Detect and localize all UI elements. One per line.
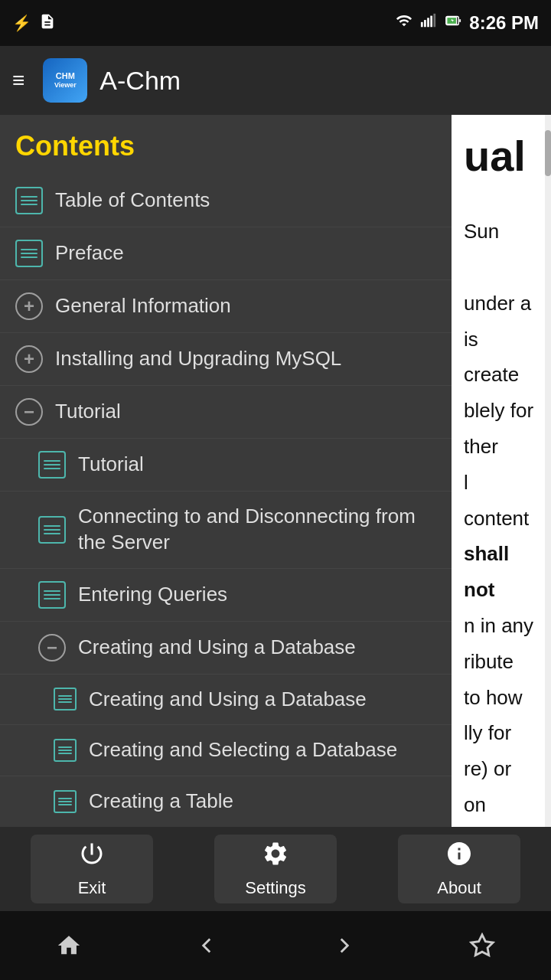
nav-label: Creating and Using a Database — [89, 687, 367, 713]
collapse-icon: − — [38, 634, 66, 662]
sidebar-item-preface[interactable]: Preface — [0, 227, 452, 280]
status-time: 8:26 PM — [469, 12, 539, 34]
signal-icon — [420, 12, 437, 34]
settings-icon — [262, 840, 289, 874]
svg-rect-0 — [421, 22, 423, 27]
bottom-toolbar: Exit Settings About — [0, 827, 551, 911]
exit-label: Exit — [78, 878, 106, 898]
expand-icon: + — [15, 292, 43, 320]
sidebar-item-tutorial-sub[interactable]: Tutorial — [0, 439, 452, 492]
scroll-indicator[interactable] — [545, 115, 551, 926]
hamburger-icon[interactable]: ≡ — [12, 68, 24, 93]
status-left-icons: ⚡ — [12, 13, 56, 34]
sidebar-item-tutorial[interactable]: − Tutorial — [0, 386, 452, 439]
about-button[interactable]: About — [398, 835, 520, 903]
nav-label: Preface — [55, 240, 124, 266]
svg-rect-2 — [427, 18, 429, 27]
list-icon — [15, 240, 43, 267]
status-right-icons: 8:26 PM — [394, 12, 539, 34]
sidebar-item-creating-using-db[interactable]: − Creating and Using a Database — [0, 622, 452, 675]
sidebar-item-entering-queries[interactable]: Entering Queries — [0, 569, 452, 622]
list-sm-icon — [54, 688, 77, 710]
app-logo: CHM Viewer — [43, 58, 87, 103]
contents-header: Contents — [0, 115, 452, 175]
nav-label: Tutorial — [55, 399, 121, 425]
content-body: Sun under a is create blely for ther l c… — [464, 214, 539, 926]
content-panel: ual Sun under a is create blely for ther… — [452, 115, 551, 926]
nav-label: General Information — [55, 293, 231, 319]
list-icon — [38, 516, 66, 544]
contents-title: Contents — [15, 130, 135, 162]
nav-label: Creating and Selecting a Database — [89, 737, 397, 763]
sidebar-item-general-information[interactable]: + General Information — [0, 280, 452, 333]
sidebar[interactable]: Contents Table of Contents Preface + Gen… — [0, 115, 452, 926]
expand-icon: + — [15, 345, 43, 373]
list-icon — [15, 187, 43, 214]
nav-label: Tutorial — [78, 452, 144, 478]
svg-rect-3 — [431, 16, 433, 28]
nav-label: Creating a Table — [89, 789, 233, 815]
home-button[interactable] — [42, 926, 96, 965]
nav-label: Installing and Upgrading MySQL — [55, 346, 341, 372]
list-icon — [38, 451, 66, 479]
nav-label: Table of Contents — [55, 188, 210, 214]
svg-marker-8 — [471, 935, 493, 956]
list-sm-icon — [54, 790, 77, 813]
settings-label: Settings — [245, 878, 306, 898]
app-bar: ≡ CHM Viewer A-Chm — [0, 46, 551, 115]
sidebar-item-table-of-contents[interactable]: Table of Contents — [0, 175, 452, 227]
app-title: A-Chm — [99, 66, 181, 96]
exit-icon — [78, 840, 106, 874]
list-sm-icon — [54, 739, 77, 762]
android-nav — [0, 911, 551, 980]
svg-rect-1 — [424, 20, 426, 27]
main-area: Contents Table of Contents Preface + Gen… — [0, 115, 551, 926]
sidebar-item-installing[interactable]: + Installing and Upgrading MySQL — [0, 333, 452, 386]
nav-label: Entering Queries — [78, 582, 227, 608]
nav-label: Connecting to and Disconnecting from the… — [78, 504, 436, 556]
svg-rect-4 — [434, 14, 436, 27]
usb-icon: ⚡ — [12, 14, 31, 32]
battery-icon — [443, 12, 463, 34]
exit-button[interactable]: Exit — [31, 835, 153, 903]
about-label: About — [437, 878, 481, 898]
forward-button[interactable] — [318, 926, 371, 965]
sidebar-item-creating-table[interactable]: Creating a Table — [0, 776, 452, 828]
about-icon — [445, 840, 473, 874]
file-icon — [39, 13, 56, 34]
wifi-icon — [394, 12, 414, 34]
back-button[interactable] — [180, 926, 233, 965]
sidebar-item-connecting[interactable]: Connecting to and Disconnecting from the… — [0, 492, 452, 569]
list-icon — [38, 581, 66, 609]
sidebar-item-creating-selecting-db[interactable]: Creating and Selecting a Database — [0, 725, 452, 776]
settings-button[interactable]: Settings — [214, 835, 337, 903]
sidebar-item-creating-using-db-sub[interactable]: Creating and Using a Database — [0, 675, 452, 726]
nav-label: Creating and Using a Database — [78, 635, 356, 661]
content-title: ual — [464, 130, 539, 181]
content-text: ual Sun under a is create blely for ther… — [452, 115, 551, 926]
scroll-thumb — [545, 130, 551, 176]
collapse-icon: − — [15, 398, 43, 426]
status-bar: ⚡ 8:26 PM — [0, 0, 551, 46]
bookmark-button[interactable] — [455, 926, 509, 965]
